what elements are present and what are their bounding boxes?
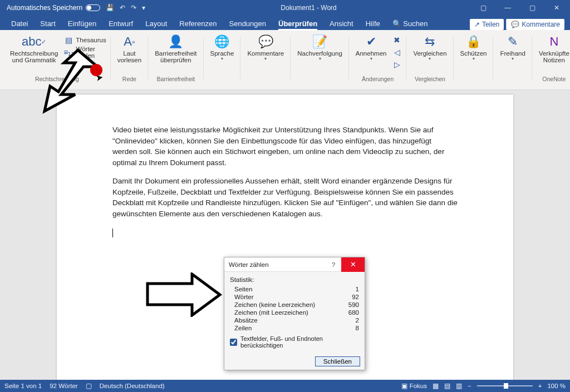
zoom-out[interactable]: − — [468, 383, 471, 389]
compare-button[interactable]: ⇆ Vergleichen ▾ — [410, 32, 450, 62]
view-print-icon[interactable]: ▤ — [444, 382, 450, 390]
ribbon-tabs: Datei Start Einfügen Entwurf Layout Refe… — [0, 16, 570, 30]
zoom-slider[interactable] — [477, 385, 533, 386]
document-title: Dokument1 - Word — [145, 4, 472, 12]
paragraph-1: Video bietet eine leistungsstarke Möglic… — [112, 125, 458, 168]
chevron-down-icon: ▾ — [264, 56, 267, 61]
annotation-arrow-2 — [145, 272, 223, 317]
thesaurus-button[interactable]: ▤Thesaurus — [62, 34, 107, 46]
status-proof-icon[interactable]: ▢ — [86, 382, 92, 390]
stats-header: Statistik: — [230, 276, 359, 283]
group-compare: ⇆ Vergleichen ▾ Vergleichen — [406, 32, 453, 90]
save-icon[interactable]: 💾 — [106, 4, 114, 12]
checkbox-input[interactable] — [230, 339, 237, 346]
view-web-icon[interactable]: ▥ — [456, 382, 462, 390]
next-button[interactable]: ▷ — [391, 59, 403, 70]
accept-icon: ✔ — [366, 33, 376, 50]
stat-row: Seiten1 — [230, 285, 359, 293]
autosave-toggle[interactable]: Automatisches Speichern — [2, 4, 100, 12]
pen-icon: ✎ — [508, 33, 518, 50]
maximize-icon[interactable]: ▢ — [521, 4, 543, 12]
comment-icon: 💬 — [258, 33, 273, 50]
group-accessibility: 👤 Barrierefreiheit überprüfen Barrierefr… — [148, 32, 203, 90]
tab-search[interactable]: 🔍 Suchen — [387, 17, 434, 30]
autosave-label: Automatisches Speichern — [7, 4, 82, 12]
title-bar: Automatisches Speichern 💾 ↶ ↷ ▾ Dokument… — [0, 0, 570, 16]
dialog-close-button[interactable]: ✕ — [341, 257, 365, 272]
share-button[interactable]: ↗Teilen — [470, 19, 504, 30]
window-controls: ▢ — ▢ ✕ — [472, 4, 568, 12]
dialog-title: Wörter zählen — [224, 261, 326, 268]
toggle-icon[interactable] — [86, 4, 100, 11]
zoom-value[interactable]: 100 % — [547, 383, 566, 389]
comment-icon: 💬 — [511, 21, 519, 28]
group-onenote: N Verknüpfte Notizen OneNote — [532, 32, 570, 90]
group-read: A» Laut vorlesen Rede — [111, 32, 148, 90]
group-changes: ✔ Annehmen ▾ ✖ ◁ ▷ Änderungen — [349, 32, 407, 90]
onenote-button[interactable]: N Verknüpfte Notizen — [535, 32, 570, 64]
chevron-down-icon: ▾ — [370, 56, 372, 61]
search-icon: 🔍 — [392, 19, 404, 28]
group-comments: 💬 Kommentare ▾ — [240, 32, 291, 90]
undo-icon[interactable]: ↶ — [120, 4, 125, 12]
reject-icon: ✖ — [392, 36, 402, 44]
language-button[interactable]: 🌐 Sprache ▾ — [207, 32, 238, 62]
tab-referenzen[interactable]: Referenzen — [174, 17, 222, 30]
focus-mode[interactable]: ▣ Fokus — [401, 382, 427, 390]
tracking-dropdown[interactable]: 📝 Nachverfolgung ▾ — [294, 32, 346, 62]
tab-entwurf[interactable]: Entwurf — [103, 17, 139, 30]
tracking-icon: 📝 — [312, 33, 327, 50]
close-icon[interactable]: ✕ — [546, 4, 568, 12]
tab-ansicht[interactable]: Ansicht — [324, 17, 359, 30]
chevron-down-icon: ▾ — [221, 56, 223, 61]
group-ink: ✎ Freihand ▾ — [493, 32, 532, 90]
svg-marker-0 — [45, 50, 97, 111]
compare-icon: ⇆ — [425, 33, 435, 50]
status-bar: Seite 1 von 1 92 Wörter ▢ Deutsch (Deuts… — [0, 380, 570, 392]
comments-button[interactable]: 💬Kommentare — [506, 19, 564, 30]
tab-start[interactable]: Start — [35, 17, 61, 30]
stat-row: Zeichen (mit Leerzeichen)680 — [230, 309, 359, 316]
svg-marker-1 — [148, 274, 220, 315]
read-aloud-button[interactable]: A» Laut vorlesen — [114, 32, 145, 64]
ink-button[interactable]: ✎ Freihand ▾ — [497, 32, 528, 62]
minimize-icon[interactable]: — — [497, 4, 519, 12]
globe-icon: 🌐 — [214, 33, 229, 50]
include-textboxes-checkbox[interactable]: Textfelder, Fuß- und Endnoten berücksich… — [230, 335, 359, 349]
tab-datei[interactable]: Datei — [6, 17, 33, 30]
tab-sendungen[interactable]: Sendungen — [224, 17, 272, 30]
accessibility-button[interactable]: 👤 Barrierefreiheit überprüfen — [151, 32, 200, 64]
view-read-icon[interactable]: ▦ — [433, 382, 439, 390]
chevron-down-icon: ▾ — [319, 56, 321, 61]
dialog-help-button[interactable]: ? — [326, 261, 341, 268]
status-page[interactable]: Seite 1 von 1 — [4, 383, 42, 389]
read-aloud-icon: A» — [124, 33, 135, 50]
stat-row: Absätze2 — [230, 316, 359, 324]
word-count-dialog: Wörter zählen ? ✕ Statistik: Seiten1 Wör… — [224, 257, 365, 370]
protect-button[interactable]: 🔒 Schützen ▾ — [457, 32, 490, 62]
redo-icon[interactable]: ↷ — [131, 4, 136, 12]
tab-layout[interactable]: Layout — [140, 17, 173, 30]
chevron-down-icon: ▾ — [473, 56, 475, 61]
tab-hilfe[interactable]: Hilfe — [360, 17, 386, 30]
status-words[interactable]: 92 Wörter — [50, 383, 78, 389]
status-language[interactable]: Deutsch (Deutschland) — [100, 383, 165, 389]
book-icon: ▤ — [63, 36, 73, 44]
reject-button[interactable]: ✖ — [391, 34, 403, 46]
prev-button[interactable]: ◁ — [391, 47, 403, 58]
comments-dropdown[interactable]: 💬 Kommentare ▾ — [244, 32, 287, 62]
paragraph-2: Damit Ihr Dokument ein professionelles A… — [112, 176, 458, 219]
accept-button[interactable]: ✔ Annehmen ▾ — [352, 32, 390, 62]
stat-row: Wörter92 — [230, 293, 359, 301]
tab-ueberpruefen[interactable]: Überprüfen — [273, 17, 323, 30]
accessibility-icon: 👤 — [168, 33, 183, 50]
group-language: 🌐 Sprache ▾ — [204, 32, 241, 90]
prev-icon: ◁ — [392, 48, 402, 57]
ribbon-options-icon[interactable]: ▢ — [472, 4, 494, 12]
dialog-close-action[interactable]: Schließen — [315, 356, 360, 366]
zoom-in[interactable]: + — [538, 383, 542, 389]
tab-einfuegen[interactable]: Einfügen — [62, 17, 102, 30]
chevron-down-icon: ▾ — [429, 56, 431, 61]
onenote-icon: N — [549, 33, 558, 50]
next-icon: ▷ — [392, 60, 402, 69]
